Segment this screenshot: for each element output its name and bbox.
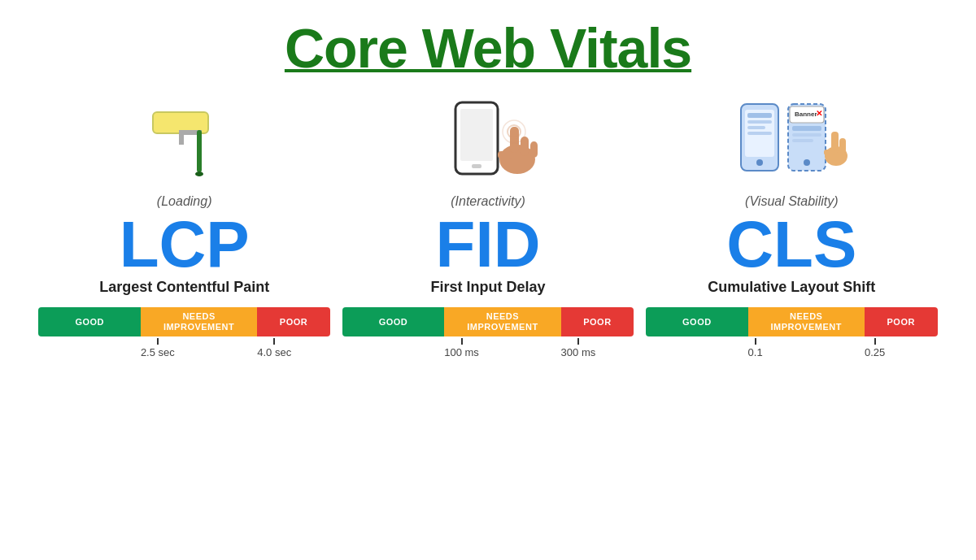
svg-rect-19 — [747, 120, 772, 124]
fid-marker-2-label: 300 ms — [561, 346, 596, 358]
cls-score-bar: GOOD NEEDSIMPROVEMENT POOR — [646, 307, 937, 336]
lcp-bar-needs: NEEDSIMPROVEMENT — [141, 307, 257, 336]
fid-marker-1-label: 100 ms — [444, 346, 479, 358]
lcp-bar-poor: POOR — [257, 307, 330, 336]
cls-marker-1: 0.1 — [748, 338, 763, 358]
svg-rect-18 — [747, 113, 772, 118]
lcp-marker-1-label: 2.5 sec — [141, 346, 175, 358]
fid-bar-container: GOOD NEEDSIMPROVEMENT POOR 100 ms 300 ms — [342, 307, 634, 361]
cls-markers: 0.1 0.25 — [646, 338, 937, 361]
lcp-bar-good: GOOD — [38, 307, 140, 336]
fid-icon — [431, 92, 545, 189]
svg-rect-13 — [498, 151, 512, 158]
lcp-marker-2-label: 4.0 sec — [257, 346, 291, 358]
svg-rect-34 — [824, 150, 835, 155]
phone-tap-icon — [431, 96, 545, 185]
cls-acronym: CLS — [726, 212, 856, 277]
cls-icon: Banner ✕ — [734, 92, 848, 189]
page-title: Core Web Vitals — [285, 16, 691, 80]
cls-marker-1-label: 0.1 — [748, 346, 763, 358]
metric-card-fid: (Interactivity) FID First Input Delay GO… — [342, 92, 634, 361]
fid-acronym: FID — [436, 212, 541, 277]
lcp-bar-container: GOOD NEEDSIMPROVEMENT POOR 2.5 sec 4.0 s… — [38, 307, 329, 361]
cls-marker-2-label: 0.25 — [865, 346, 885, 358]
layout-shift-icon: Banner ✕ — [734, 96, 848, 185]
lcp-acronym: LCP — [120, 212, 250, 277]
lcp-marker-2: 4.0 sec — [257, 338, 291, 358]
svg-point-22 — [756, 159, 763, 166]
cls-bar-good: GOOD — [646, 307, 747, 336]
metric-card-cls: Banner ✕ (Visual Stability) CLS Cumulati… — [646, 92, 937, 361]
svg-rect-7 — [460, 109, 493, 161]
fid-markers: 100 ms 300 ms — [342, 338, 634, 361]
svg-rect-29 — [792, 139, 813, 142]
svg-rect-27 — [792, 126, 821, 131]
metrics-row: (Loading) LCP Largest Contentful Paint G… — [33, 92, 943, 361]
svg-rect-28 — [792, 133, 821, 137]
cls-marker-2: 0.25 — [865, 338, 885, 358]
cls-fullname: Cumulative Layout Shift — [708, 279, 875, 296]
svg-rect-20 — [747, 126, 765, 129]
lcp-marker-1: 2.5 sec — [141, 338, 175, 358]
fid-subtitle: (Interactivity) — [451, 194, 525, 209]
lcp-icon — [148, 92, 221, 189]
svg-rect-4 — [197, 130, 202, 172]
lcp-markers: 2.5 sec 4.0 sec — [38, 338, 329, 361]
cls-subtitle: (Visual Stability) — [745, 194, 838, 209]
svg-rect-21 — [747, 132, 772, 135]
svg-point-30 — [804, 159, 810, 166]
lcp-subtitle: (Loading) — [157, 194, 212, 209]
paint-roller-icon — [148, 96, 221, 185]
svg-rect-10 — [510, 127, 519, 153]
svg-rect-12 — [530, 141, 538, 158]
cls-bar-needs: NEEDSIMPROVEMENT — [748, 307, 865, 336]
svg-point-5 — [195, 171, 203, 176]
cls-bar-poor: POOR — [865, 307, 938, 336]
svg-text:Banner: Banner — [795, 111, 817, 118]
fid-fullname: First Input Delay — [430, 279, 545, 296]
fid-marker-2: 300 ms — [561, 338, 596, 358]
metric-card-lcp: (Loading) LCP Largest Contentful Paint G… — [38, 92, 329, 361]
fid-bar-good: GOOD — [342, 307, 444, 336]
fid-bar-poor: POOR — [561, 307, 634, 336]
svg-rect-8 — [472, 164, 481, 168]
fid-marker-1: 100 ms — [444, 338, 479, 358]
lcp-fullname: Largest Contentful Paint — [99, 279, 269, 296]
cls-bar-container: GOOD NEEDSIMPROVEMENT POOR 0.1 0.25 — [646, 307, 937, 361]
svg-rect-33 — [839, 138, 846, 153]
lcp-score-bar: GOOD NEEDSIMPROVEMENT POOR — [38, 307, 329, 336]
fid-score-bar: GOOD NEEDSIMPROVEMENT POOR — [342, 307, 634, 336]
fid-bar-needs: NEEDSIMPROVEMENT — [444, 307, 560, 336]
svg-text:✕: ✕ — [816, 109, 822, 118]
